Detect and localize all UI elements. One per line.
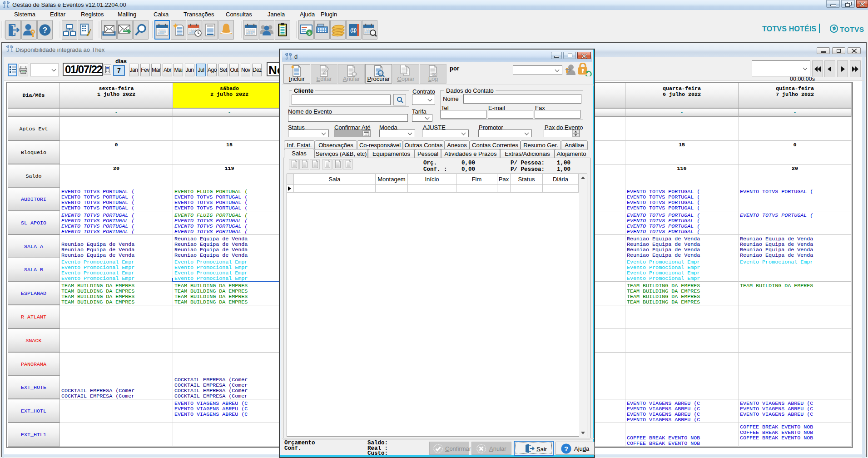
svg-text:?: ? <box>43 26 47 35</box>
svg-text:?: ? <box>564 445 568 453</box>
svg-text:@: @ <box>350 26 357 34</box>
svg-text:$: $ <box>308 31 310 35</box>
